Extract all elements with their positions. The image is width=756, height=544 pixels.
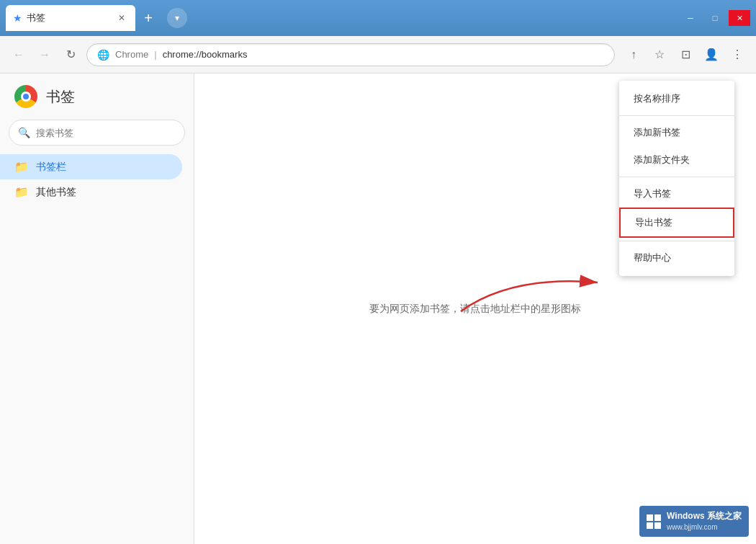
addressbar: ← → ↻ 🌐 Chrome | chrome://bookmarks ↑ ☆ … <box>0 36 756 73</box>
menu-button[interactable]: ⋮ <box>727 45 747 65</box>
tab-favicon: ★ <box>13 12 22 24</box>
sidebar-item-other-bookmarks[interactable]: 📁 其他书签 <box>0 179 182 205</box>
empty-message: 要为网页添加书签，请点击地址栏中的星形图标 <box>369 303 581 316</box>
bookmark-button[interactable]: ☆ <box>649 45 670 65</box>
menu-item-add-bookmark[interactable]: 添加新书签 <box>619 119 734 146</box>
menu-divider-1 <box>619 115 734 116</box>
account-button[interactable]: 👤 <box>701 45 721 65</box>
folder-icon: 📁 <box>14 160 29 174</box>
maximize-button[interactable]: □ <box>704 10 726 26</box>
address-url: chrome://bookmarks <box>163 49 248 60</box>
address-brand: Chrome <box>115 49 148 60</box>
watermark-url: www.bjjmlv.com <box>667 522 742 532</box>
tab-title: 书签 <box>27 12 111 24</box>
back-button[interactable]: ← <box>9 45 29 65</box>
forward-button[interactable]: → <box>35 45 55 65</box>
menu-divider-3 <box>619 241 734 241</box>
search-bar[interactable]: 🔍 <box>9 120 185 146</box>
split-view-button[interactable]: ⊡ <box>675 45 696 65</box>
sidebar-item-label: 书签栏 <box>36 161 66 174</box>
address-separator: | <box>154 49 156 60</box>
share-button[interactable]: ↑ <box>624 45 644 65</box>
context-menu: 按名称排序 添加新书签 添加新文件夹 导入书签 导出书签 帮助中心 <box>619 81 734 276</box>
sidebar: 书签 🔍 📁 书签栏 📁 其他书签 <box>0 73 194 544</box>
tab-close-button[interactable]: ✕ <box>115 12 128 24</box>
sidebar-item-bookmarks-bar[interactable]: 📁 书签栏 <box>0 154 182 179</box>
minimize-button[interactable]: ─ <box>680 10 701 26</box>
close-button[interactable]: ✕ <box>729 10 750 26</box>
chevron-down-icon: ▾ <box>175 13 179 23</box>
toolbar-icons: ↑ ☆ ⊡ 👤 ⋮ <box>624 45 747 65</box>
chrome-logo-inner <box>21 92 31 102</box>
titlebar: ★ 书签 ✕ + ▾ ─ □ ✕ <box>0 0 756 36</box>
menu-item-import[interactable]: 导入书签 <box>619 180 734 208</box>
site-info-icon: 🌐 <box>97 49 109 61</box>
search-icon: 🔍 <box>18 127 30 138</box>
menu-item-add-folder[interactable]: 添加新文件夹 <box>619 146 734 174</box>
watermark-text: Windows 系统之家 www.bjjmlv.com <box>667 510 742 532</box>
windows-watermark: Windows 系统之家 www.bjjmlv.com <box>639 506 749 537</box>
windows-logo <box>647 514 661 529</box>
menu-item-help[interactable]: 帮助中心 <box>619 244 734 272</box>
tab-dropdown-button[interactable]: ▾ <box>167 8 187 28</box>
new-tab-button[interactable]: + <box>138 8 158 28</box>
sidebar-title: 书签 <box>46 87 75 107</box>
reload-button[interactable]: ↻ <box>60 45 81 65</box>
sidebar-item-label: 其他书签 <box>36 186 76 199</box>
menu-item-export[interactable]: 导出书签 <box>619 208 734 238</box>
active-tab[interactable]: ★ 书签 ✕ <box>6 5 135 31</box>
window-controls: ─ □ ✕ <box>680 10 750 26</box>
watermark-title: Windows 系统之家 <box>667 510 742 522</box>
address-box[interactable]: 🌐 Chrome | chrome://bookmarks <box>86 43 615 66</box>
sidebar-header: 书签 <box>0 85 194 120</box>
menu-item-sort[interactable]: 按名称排序 <box>619 85 734 112</box>
menu-divider-2 <box>619 177 734 177</box>
main-area: 书签 🔍 📁 书签栏 📁 其他书签 要为网页添加书签，请点击地址栏中的星形图标 … <box>0 73 756 544</box>
chrome-logo <box>14 85 37 108</box>
folder-icon: 📁 <box>14 185 29 199</box>
search-input[interactable] <box>36 128 176 138</box>
